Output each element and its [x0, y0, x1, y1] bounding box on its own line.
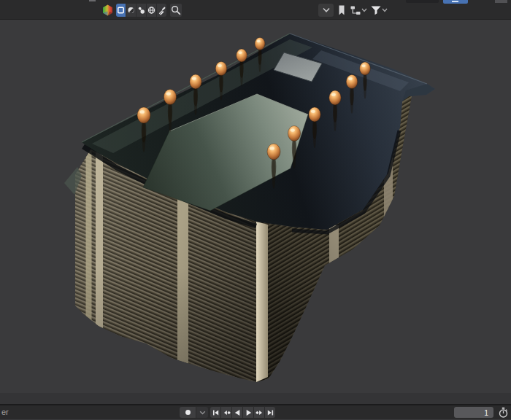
- play-reverse-button[interactable]: [232, 407, 242, 418]
- toggle-preview-spheres-button[interactable]: [137, 4, 147, 17]
- toggle-brush-button[interactable]: [157, 4, 166, 17]
- playback-controls: [210, 407, 275, 418]
- top-bar-left-cluster: [101, 4, 182, 17]
- timeline-header: er 1: [0, 405, 511, 419]
- heatpipe-tip: [164, 90, 176, 105]
- timeline-track-area[interactable]: [0, 393, 511, 404]
- toggle-contrast-sphere-button[interactable]: [126, 4, 137, 17]
- heatpipe-tip: [215, 62, 227, 76]
- play-button[interactable]: [243, 407, 253, 418]
- top-bar: [0, 0, 511, 20]
- cropped-gray-button[interactable]: [495, 0, 507, 3]
- toggle-solid-square-button[interactable]: [116, 4, 126, 17]
- heatpipe-tip: [267, 144, 280, 160]
- view-toggle-group: [116, 4, 166, 17]
- search-icon: [171, 5, 181, 15]
- top-bar-right-cluster: [318, 4, 388, 17]
- heatsink-scene: [0, 20, 511, 393]
- display-mode-dropdown[interactable]: [350, 4, 367, 17]
- heatpipe-tip: [346, 75, 358, 89]
- record-dot-icon: [185, 410, 191, 415]
- auto-keying-button[interactable]: [180, 407, 196, 418]
- current-frame-field[interactable]: 1: [454, 407, 493, 418]
- heatpipe-tip: [237, 49, 247, 62]
- cropped-editor-label: er: [1, 408, 9, 416]
- previous-keyframe-button[interactable]: [221, 407, 231, 418]
- heatpipe-tip: [137, 107, 150, 123]
- heatpipe-tip: [288, 126, 300, 141]
- current-frame-value: 1: [484, 408, 488, 417]
- cropped-speck: [89, 0, 96, 1]
- search-button[interactable]: [170, 4, 182, 17]
- toggle-environment-globe-button[interactable]: [147, 4, 157, 17]
- heatpipe-tip: [309, 107, 320, 122]
- auto-keying-dropdown[interactable]: [196, 407, 208, 418]
- cropped-blue-button[interactable]: [443, 0, 468, 4]
- material-ball-icon: [101, 4, 114, 17]
- stopwatch-icon: [497, 407, 509, 419]
- next-keyframe-button[interactable]: [254, 407, 264, 418]
- jump-to-start-button[interactable]: [210, 407, 220, 418]
- bookmark-button[interactable]: [337, 4, 347, 17]
- filter-dropdown[interactable]: [370, 4, 388, 17]
- chevron-down-icon: [199, 411, 206, 415]
- heatpipe-tip: [329, 90, 341, 105]
- cropped-dark-button[interactable]: [406, 0, 439, 3]
- heatpipe-tip: [360, 62, 371, 75]
- blender-window: er 1: [0, 0, 511, 420]
- auto-key-cluster: [180, 407, 208, 418]
- heatpipe-tip: [255, 38, 265, 50]
- 3d-viewport[interactable]: [0, 20, 511, 393]
- corner-fin-strip: [256, 222, 268, 382]
- heatpipe-tip: [190, 74, 201, 89]
- view-options-dropdown[interactable]: [318, 4, 334, 17]
- jump-to-end-button[interactable]: [265, 407, 275, 418]
